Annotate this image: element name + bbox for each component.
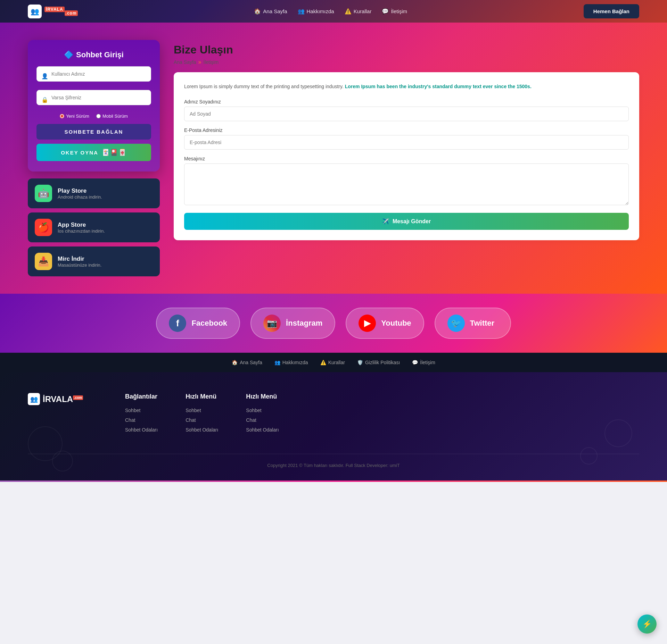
footer-menu1-sohbet-odalari[interactable]: Sohbet Odaları (186, 427, 218, 433)
footer-grid: 👥 İRVALA.com Bağlantılar Sohbet Chat Soh… (28, 393, 639, 436)
youtube-icon: ▶ (359, 315, 376, 332)
name-label: Adınız Soyadınız (184, 99, 629, 104)
password-input[interactable] (36, 90, 151, 105)
login-box: 🔷 Sohbet Girişi 👤 🔒 Yeni Sürüm Mobil Sür… (28, 40, 160, 172)
footer-nav-about[interactable]: 👥 Hakkımızda (274, 360, 308, 365)
footer-users-icon: 👥 (274, 360, 280, 365)
deco-circle-4 (580, 447, 598, 465)
send-icon: ✈️ (382, 218, 389, 225)
footer-nav-home[interactable]: 🏠 Ana Sayfa (232, 360, 262, 365)
okey-cards-icon: 🃏🎴🀄 (102, 149, 127, 156)
logo: 👥 İRVALA.com (28, 5, 78, 18)
rules-icon: ⚠️ (345, 8, 352, 15)
breadcrumb-home[interactable]: Ana Sayfa (174, 59, 196, 65)
footer-menu1-sohbet[interactable]: Sohbet (186, 408, 201, 413)
message-textarea[interactable] (184, 164, 629, 205)
okey-button[interactable]: OKEY OYNA 🃏🎴🀄 (36, 144, 151, 161)
footer-chat-icon: 💬 (412, 360, 418, 365)
email-form-group: E-Posta Adresiniz (184, 127, 629, 150)
password-wrapper: 🔒 (36, 90, 151, 109)
footer: 👥 İRVALA.com Bağlantılar Sohbet Chat Soh… (0, 372, 667, 482)
footer-link-sohbet-1[interactable]: Sohbet (125, 408, 140, 413)
logo-text: İRVALA.com (44, 6, 78, 17)
logo-icon: 👥 (28, 5, 42, 18)
email-label: E-Posta Adresiniz (184, 127, 629, 133)
version-radio-group: Yeni Sürüm Mobil Sürüm (36, 114, 151, 119)
contact-card: Lorem Ipsum is simply dummy text of the … (174, 72, 639, 240)
message-label: Mesajınız (184, 156, 629, 161)
footer-links-list: Sohbet Chat Sohbet Odaları (125, 407, 158, 433)
playstore-download[interactable]: 🤖 Play Store Android cihaza indirin. (28, 178, 160, 208)
footer-menu2-chat[interactable]: Chat (246, 417, 256, 423)
footer-shield-icon: 🛡️ (357, 360, 363, 365)
mirc-info: Mirc İndir Masaüstünüze indirin. (58, 256, 101, 268)
deco-circle-3 (604, 419, 632, 447)
footer-nav-contact[interactable]: 💬 İletişim (412, 360, 435, 365)
footer-nav-privacy[interactable]: 🛡️ Gizlilik Politikası (357, 360, 400, 365)
footer-col-menu2: Hızlı Menü Sohbet Chat Sohbet Odaları (246, 393, 279, 436)
facebook-link[interactable]: f Facebook (156, 308, 240, 339)
twitter-link[interactable]: 🐦 Twitter (435, 308, 511, 339)
footer-logo: 👥 İRVALA.com (28, 393, 97, 405)
footer-link-sohbet-odaları-1[interactable]: Sohbet Odaları (125, 427, 158, 433)
new-version-radio[interactable]: Yeni Sürüm (60, 114, 89, 119)
hero-section: 🔷 Sohbet Girişi 👤 🔒 Yeni Sürüm Mobil Sür… (0, 23, 667, 294)
login-button[interactable]: Hemen Bağlan (584, 4, 639, 18)
user-icon: 👤 (41, 73, 48, 80)
breadcrumb-separator: » (198, 59, 201, 65)
name-input[interactable] (184, 107, 629, 121)
footer-col-menu1: Hızlı Menü Sohbet Chat Sohbet Odaları (186, 393, 218, 436)
footer-rules-icon: ⚠️ (320, 360, 326, 365)
footer-home-icon: 🏠 (232, 360, 238, 365)
footer-menu2-sohbet[interactable]: Sohbet (246, 408, 261, 413)
social-section: f Facebook 📷 İnstagram ▶ Youtube 🐦 Twitt… (0, 294, 667, 353)
facebook-icon: f (169, 315, 186, 332)
instagram-link[interactable]: 📷 İnstagram (250, 308, 335, 339)
chat-icon: 💬 (382, 8, 389, 15)
users-icon: 👥 (298, 8, 305, 15)
email-input[interactable] (184, 135, 629, 150)
mobile-version-radio[interactable]: Mobil Sürüm (96, 114, 128, 119)
username-wrapper: 👤 (36, 66, 151, 86)
footer-col-links: Bağlantılar Sohbet Chat Sohbet Odaları (125, 393, 158, 436)
contact-description: Lorem Ipsum is simply dummy text of the … (184, 83, 629, 90)
connect-button[interactable]: SOHBETE BAĞLAN (36, 124, 151, 140)
footer-menu1-chat[interactable]: Chat (186, 417, 196, 423)
footer-menu2-sohbet-odalari[interactable]: Sohbet Odaları (246, 427, 279, 433)
footer-logo-icon: 👥 (28, 393, 40, 405)
username-input[interactable] (36, 66, 151, 82)
appstore-info: App Store İos cihazınızdan indirin. (58, 221, 105, 234)
login-title-icon: 🔷 (64, 50, 73, 59)
nav-contact[interactable]: 💬 İletişim (382, 8, 407, 15)
contact-title: Bize Ulaşın (174, 43, 639, 56)
youtube-link[interactable]: ▶ Youtube (346, 308, 424, 339)
name-form-group: Adınız Soyadınız (184, 99, 629, 121)
footer-link-chat-1[interactable]: Chat (125, 417, 135, 423)
playstore-icon: 🤖 (35, 185, 52, 202)
login-title: 🔷 Sohbet Girişi (36, 50, 151, 59)
lock-icon: 🔒 (41, 97, 48, 103)
contact-section: Bize Ulaşın Ana Sayfa » İletişim Lorem I… (174, 40, 639, 276)
breadcrumb-current: İletişim (204, 59, 219, 65)
nav-rules[interactable]: ⚠️ Kurallar (345, 8, 372, 15)
appstore-download[interactable]: 🍎 App Store İos cihazınızdan indirin. (28, 212, 160, 242)
footer-nav: 🏠 Ana Sayfa 👥 Hakkımızda ⚠️ Kurallar 🛡️ … (0, 353, 667, 372)
footer-nav-rules[interactable]: ⚠️ Kurallar (320, 360, 345, 365)
breadcrumb: Ana Sayfa » İletişim (174, 59, 639, 65)
main-nav: 🏠 Ana Sayfa 👥 Hakkımızda ⚠️ Kurallar 💬 İ… (254, 8, 407, 15)
send-button[interactable]: ✈️ Mesajı Gönder (184, 213, 629, 230)
nav-about[interactable]: 👥 Hakkımızda (298, 8, 334, 15)
message-form-group: Mesajınız (184, 156, 629, 207)
footer-copyright: Copyright 2021 © Tüm hakları saklıdır. F… (28, 454, 639, 468)
mirc-download[interactable]: 📥 Mirc İndir Masaüstünüze indirin. (28, 246, 160, 276)
appstore-icon: 🍎 (35, 219, 52, 236)
playstore-info: Play Store Android cihaza indirin. (58, 187, 102, 200)
twitter-icon: 🐦 (447, 315, 465, 332)
nav-home[interactable]: 🏠 Ana Sayfa (254, 8, 287, 15)
mirc-icon: 📥 (35, 253, 52, 270)
footer-menu1-list: Sohbet Chat Sohbet Odaları (186, 407, 218, 433)
download-section: 🤖 Play Store Android cihaza indirin. 🍎 A… (28, 178, 160, 276)
deco-circle-2 (52, 451, 73, 471)
footer-logo-text: İRVALA.com (43, 394, 83, 404)
header: 👥 İRVALA.com 🏠 Ana Sayfa 👥 Hakkımızda ⚠️… (0, 0, 667, 23)
